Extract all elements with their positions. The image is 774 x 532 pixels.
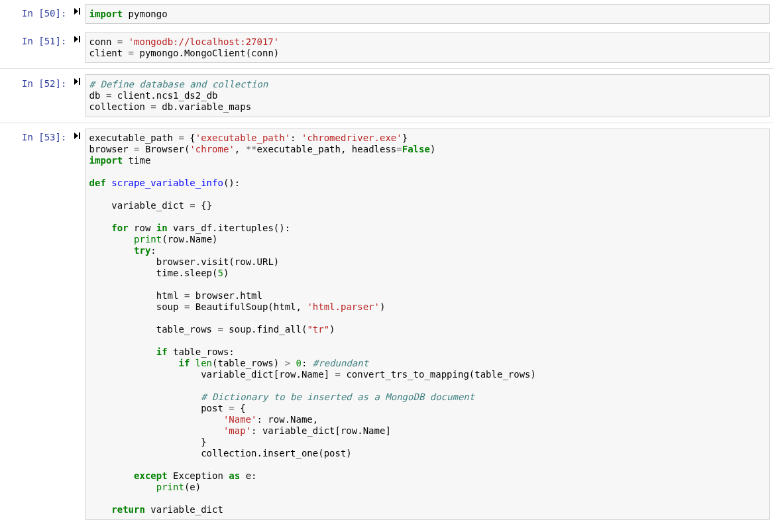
prompt-container: In [51]: (4, 32, 70, 63)
svg-marker-6 (74, 133, 78, 139)
input-area[interactable]: # Define database and collection db = cl… (85, 74, 770, 117)
input-prompt: In [53]: (4, 129, 70, 147)
code-block[interactable]: executable_path = {'executable_path': 'c… (89, 133, 766, 515)
notebook-cells: In [50]:import pymongoIn [51]:conn = 'mo… (0, 0, 774, 524)
run-cell-icon[interactable] (70, 74, 85, 117)
code-block[interactable]: conn = 'mongodb://localhost:27017' clien… (89, 36, 766, 59)
prompt-container: In [52]: (4, 74, 70, 117)
svg-rect-5 (79, 78, 80, 85)
input-area[interactable]: import pymongo (85, 4, 770, 24)
prompt-container: In [50]: (4, 4, 70, 24)
run-cell-icon[interactable] (70, 129, 85, 520)
svg-rect-1 (79, 8, 80, 15)
inner-cell: conn = 'mongodb://localhost:27017' clien… (85, 32, 770, 63)
input-row: In [50]:import pymongo (4, 4, 770, 24)
code-cell[interactable]: In [51]:conn = 'mongodb://localhost:2701… (0, 28, 774, 67)
code-cell[interactable]: In [53]:executable_path = {'executable_p… (0, 125, 774, 524)
svg-rect-3 (79, 36, 80, 42)
run-cell-icon[interactable] (70, 32, 85, 63)
cell-separator (0, 123, 774, 123)
code-block[interactable]: import pymongo (89, 9, 766, 20)
input-row: In [52]:# Define database and collection… (4, 74, 770, 117)
input-prompt: In [50]: (4, 4, 70, 23)
code-block[interactable]: # Define database and collection db = cl… (89, 79, 766, 113)
input-area[interactable]: conn = 'mongodb://localhost:27017' clien… (85, 32, 770, 63)
inner-cell: # Define database and collection db = cl… (85, 74, 770, 117)
svg-marker-4 (74, 78, 78, 85)
input-row: In [51]:conn = 'mongodb://localhost:2701… (4, 32, 770, 63)
svg-rect-7 (79, 133, 80, 139)
cell-separator (0, 68, 774, 69)
input-area[interactable]: executable_path = {'executable_path': 'c… (85, 129, 770, 520)
prompt-container: In [53]: (4, 129, 70, 520)
code-cell[interactable]: In [52]:# Define database and collection… (0, 70, 774, 121)
svg-marker-2 (74, 36, 78, 42)
input-prompt: In [51]: (4, 32, 70, 50)
input-prompt: In [52]: (4, 74, 70, 93)
inner-cell: import pymongo (85, 4, 770, 24)
run-cell-icon[interactable] (70, 4, 85, 24)
input-row: In [53]:executable_path = {'executable_p… (4, 129, 770, 520)
inner-cell: executable_path = {'executable_path': 'c… (85, 129, 770, 520)
code-cell[interactable]: In [50]:import pymongo (0, 0, 774, 28)
svg-marker-0 (74, 8, 78, 15)
